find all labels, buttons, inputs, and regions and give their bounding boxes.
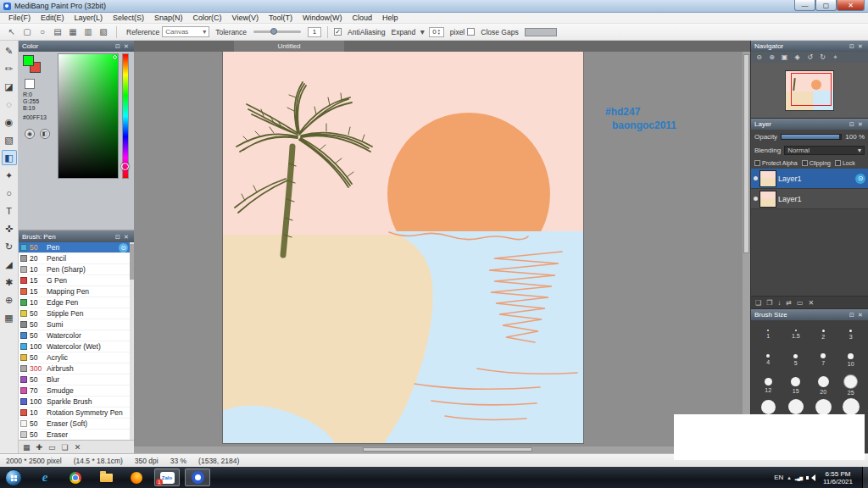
brush-size-option[interactable]: 1: [754, 322, 782, 347]
eraser-tool-icon[interactable]: ◪: [2, 79, 17, 94]
eyedropper-tool-icon[interactable]: ◢: [2, 257, 17, 272]
minimize-button[interactable]: —: [794, 0, 815, 11]
visibility-icon[interactable]: [754, 176, 758, 180]
close-icon[interactable]: ✕: [856, 43, 865, 50]
brush-size-option[interactable]: 3: [837, 322, 865, 347]
scrollbar-thumb[interactable]: [743, 54, 749, 253]
brush-size-option[interactable]: 7: [810, 347, 837, 373]
brush-list-item[interactable]: 70 Smudge ⊙: [19, 385, 130, 396]
zoom-tool-icon[interactable]: ⊕: [2, 292, 17, 308]
brush-list-item[interactable]: 15 Mapping Pen ⊙: [19, 286, 130, 297]
layer-row[interactable]: Layer1 ⊙: [751, 189, 868, 209]
menu-item[interactable]: Window(W): [298, 14, 348, 22]
brush-folder-icon[interactable]: ▭: [48, 443, 56, 452]
brush-list-item[interactable]: 50 Eraser (Soft) ⊙: [19, 419, 130, 430]
brush-settings-icon[interactable]: ⊙: [119, 243, 128, 252]
tolerance-value[interactable]: 1: [308, 27, 321, 37]
pen-tool-icon[interactable]: ✎: [2, 43, 17, 58]
file-explorer-icon[interactable]: [93, 469, 119, 486]
show-desktop-button[interactable]: [862, 467, 868, 488]
layer-option-checkbox[interactable]: [835, 160, 841, 166]
dock-icon[interactable]: ⊡: [114, 43, 122, 50]
canvas-viewport[interactable]: #hd247 baongoc2011: [134, 52, 743, 446]
brush-list-item[interactable]: 10 Edge Pen ⊙: [19, 297, 130, 308]
close-icon[interactable]: ✕: [856, 121, 865, 128]
start-button[interactable]: [5, 469, 22, 486]
delete-brush-icon[interactable]: ✕: [75, 443, 81, 452]
menu-item[interactable]: Select(S): [108, 14, 149, 22]
expand-value[interactable]: 0▲▼: [429, 27, 443, 37]
grid-view-icon[interactable]: ▦: [23, 443, 31, 452]
hand-tool-icon[interactable]: ✱: [2, 274, 17, 290]
close-icon[interactable]: ✕: [856, 312, 865, 319]
move-tool-icon[interactable]: ✜: [2, 221, 17, 236]
reset-view-icon[interactable]: ⌖: [830, 53, 841, 62]
tolerance-slider[interactable]: [253, 30, 301, 33]
expand-dropdown-icon[interactable]: ▾: [418, 25, 426, 39]
close-icon[interactable]: ✕: [122, 234, 131, 241]
tolerance-slider-thumb[interactable]: [270, 28, 277, 35]
eyedropper-icon[interactable]: ◉: [25, 129, 35, 139]
brush-list-item[interactable]: 10 Rotation Symmetry Pen ⊙: [19, 408, 130, 419]
canvas-tab[interactable]: Untitled: [234, 41, 344, 52]
navigator-view-rectangle[interactable]: [791, 73, 832, 106]
artwork-canvas[interactable]: [223, 52, 583, 443]
brush-size-option[interactable]: 12: [754, 373, 782, 398]
close-gaps-checkbox[interactable]: [467, 28, 475, 36]
zoom-100-icon[interactable]: ◈: [792, 53, 803, 61]
brush-list-item[interactable]: 50 Stipple Pen ⊙: [19, 308, 130, 319]
brush-size-option[interactable]: 4: [754, 347, 782, 373]
maximize-button[interactable]: ▢: [815, 0, 837, 11]
panel-grid-icon[interactable]: ▦: [66, 25, 80, 39]
reference-select[interactable]: Canvas▾: [162, 26, 209, 37]
menu-item[interactable]: Edit(E): [36, 14, 70, 22]
dock-icon[interactable]: ⊡: [848, 121, 856, 128]
close-icon[interactable]: ✕: [122, 43, 131, 50]
brush-list-item[interactable]: 50 Acrylic ⊙: [19, 352, 130, 363]
blending-select[interactable]: Normal▾: [784, 146, 865, 155]
scrollbar-thumb[interactable]: [363, 447, 532, 452]
firefox-icon[interactable]: [124, 469, 149, 486]
text-tool-icon[interactable]: T: [2, 203, 17, 219]
speaker-icon[interactable]: [806, 474, 814, 481]
brush-list-item[interactable]: 10 Pen (Sharp) ⊙: [19, 264, 130, 275]
hue-slider[interactable]: [122, 53, 129, 179]
menu-item[interactable]: Cloud: [347, 14, 377, 22]
balloon-icon[interactable]: ○: [36, 25, 49, 39]
taskbar-clock[interactable]: 6:55 PM 11/6/2021: [818, 470, 858, 485]
tray-expand-icon[interactable]: ▴: [787, 474, 791, 481]
brush-list-item[interactable]: 50 Blur ⊙: [19, 374, 130, 385]
dock-icon[interactable]: ⊡: [848, 43, 856, 50]
brush-list-item[interactable]: 15 G Pen ⊙: [19, 275, 130, 286]
gradient-tool-icon[interactable]: ▧: [2, 132, 17, 147]
marquee-icon[interactable]: ▢: [20, 25, 34, 39]
new-layer-icon[interactable]: ❏: [755, 299, 761, 307]
navigator-thumbnail[interactable]: [786, 71, 833, 110]
brush-size-option[interactable]: 15: [782, 373, 810, 398]
antialiasing-checkbox[interactable]: ✓: [334, 28, 342, 36]
lasso-tool-icon[interactable]: ○: [2, 186, 17, 201]
dot-pen-tool-icon[interactable]: ◉: [2, 114, 17, 130]
zoom-out-icon[interactable]: ⊖: [754, 53, 765, 61]
brush-size-option[interactable]: 10: [837, 347, 865, 373]
zalo-icon[interactable]: Zalo 1: [154, 469, 180, 486]
menu-item[interactable]: View(V): [227, 14, 264, 22]
brush-size-option[interactable]: 25: [837, 373, 865, 398]
airbrush-tool-icon[interactable]: ◌: [2, 97, 17, 112]
brush-list-item[interactable]: 50 Eraser ⊙: [19, 430, 130, 440]
panel-diagonal-icon[interactable]: ▧: [97, 25, 110, 39]
medibang-icon[interactable]: [185, 469, 210, 486]
foreground-color-swatch[interactable]: [23, 55, 34, 66]
brush-list-item[interactable]: 50 Watercolor ⊙: [19, 330, 130, 341]
script-icon[interactable]: ▤: [51, 25, 64, 39]
menu-item[interactable]: Help: [377, 14, 403, 22]
brush-list-item[interactable]: 100 Sparkle Brush ⊙: [19, 396, 130, 408]
cursor-icon[interactable]: ↖: [5, 25, 19, 39]
transparent-color-swatch[interactable]: [25, 79, 35, 89]
menu-item[interactable]: Tool(T): [264, 14, 298, 22]
panel-split-icon[interactable]: ▥: [81, 25, 95, 39]
layer-option-checkbox[interactable]: [754, 160, 760, 166]
layer-folder-icon[interactable]: ▭: [797, 299, 804, 307]
rotate-left-icon[interactable]: ↺: [804, 53, 815, 61]
dock-icon[interactable]: ⊡: [114, 234, 122, 241]
